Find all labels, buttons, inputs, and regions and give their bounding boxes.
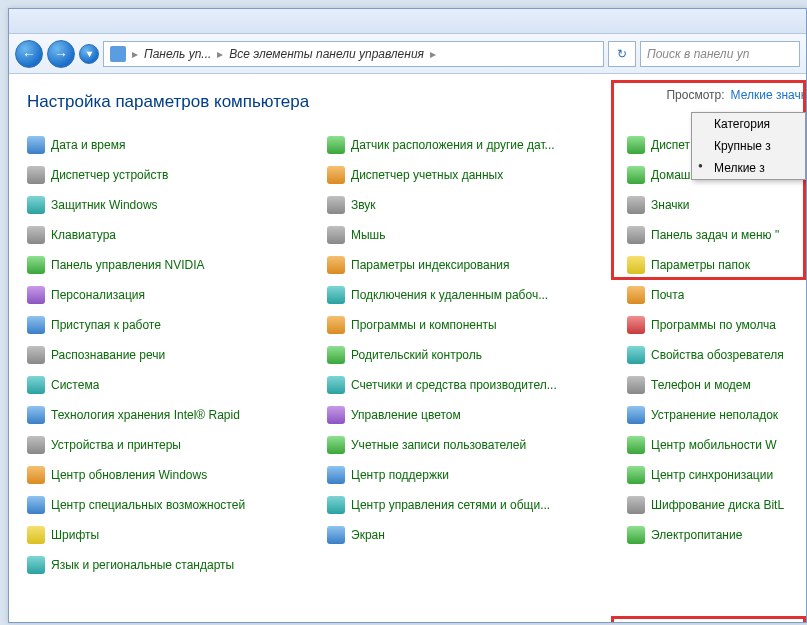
item-icon: [27, 166, 45, 184]
control-panel-item[interactable]: Центр обновления Windows: [27, 460, 327, 490]
item-label: Программы и компоненты: [351, 318, 497, 332]
item-icon: [627, 346, 645, 364]
control-panel-item[interactable]: Свойства обозревателя: [627, 340, 806, 370]
control-panel-item[interactable]: Центр поддержки: [327, 460, 627, 490]
view-switcher: Просмотр: Мелкие значк Категория Крупные…: [666, 84, 806, 102]
back-button[interactable]: ←: [15, 40, 43, 68]
control-panel-item[interactable]: Программы и компоненты: [327, 310, 627, 340]
item-icon: [327, 496, 345, 514]
control-panel-item[interactable]: Звук: [327, 190, 627, 220]
control-panel-item[interactable]: Датчик расположения и другие дат...: [327, 130, 627, 160]
item-icon: [627, 136, 645, 154]
control-panel-item[interactable]: Центр синхронизации: [627, 460, 806, 490]
item-icon: [327, 376, 345, 394]
control-panel-item[interactable]: Шифрование диска BitL: [627, 490, 806, 520]
item-label: Датчик расположения и другие дат...: [351, 138, 555, 152]
forward-button[interactable]: →: [47, 40, 75, 68]
item-label: Приступая к работе: [51, 318, 161, 332]
control-panel-item[interactable]: Учетные записи пользователей: [327, 430, 627, 460]
item-icon: [27, 346, 45, 364]
item-label: Диспетчер учетных данных: [351, 168, 503, 182]
item-label: Телефон и модем: [651, 378, 751, 392]
item-label: Центр мобильности W: [651, 438, 777, 452]
recent-dropdown-button[interactable]: ▾: [79, 44, 99, 64]
item-label: Шифрование диска BitL: [651, 498, 784, 512]
refresh-button[interactable]: ↻: [608, 41, 636, 67]
item-label: Дата и время: [51, 138, 125, 152]
control-panel-item[interactable]: Распознавание речи: [27, 340, 327, 370]
view-current-link[interactable]: Мелкие значк: [731, 84, 806, 102]
item-label: Управление цветом: [351, 408, 461, 422]
control-panel-item[interactable]: Устранение неполадок: [627, 400, 806, 430]
control-panel-item[interactable]: Параметры папок: [627, 250, 806, 280]
control-panel-item[interactable]: Центр специальных возможностей: [27, 490, 327, 520]
control-panel-item[interactable]: Система: [27, 370, 327, 400]
control-panel-item[interactable]: Значки: [627, 190, 806, 220]
view-option-large-icons[interactable]: Крупные з: [692, 135, 805, 157]
item-label: Устройства и принтеры: [51, 438, 181, 452]
item-label: Технология хранения Intel® Rapid: [51, 408, 240, 422]
item-label: Подключения к удаленным рабоч...: [351, 288, 548, 302]
control-panel-item[interactable]: Защитник Windows: [27, 190, 327, 220]
item-icon: [327, 406, 345, 424]
item-icon: [627, 256, 645, 274]
control-panel-item[interactable]: Телефон и модем: [627, 370, 806, 400]
control-panel-item[interactable]: Диспетчер учетных данных: [327, 160, 627, 190]
item-label: Панель управления NVIDIA: [51, 258, 205, 272]
item-icon: [627, 226, 645, 244]
control-panel-item[interactable]: Язык и региональные стандарты: [27, 550, 327, 580]
control-panel-item[interactable]: Приступая к работе: [27, 310, 327, 340]
control-panel-item[interactable]: Электропитание: [627, 520, 806, 550]
view-option-category[interactable]: Категория: [692, 113, 805, 135]
item-label: Электропитание: [651, 528, 742, 542]
control-panel-item[interactable]: Параметры индексирования: [327, 250, 627, 280]
control-panel-item[interactable]: Шрифты: [27, 520, 327, 550]
item-label: Программы по умолча: [651, 318, 776, 332]
control-panel-item[interactable]: Подключения к удаленным рабоч...: [327, 280, 627, 310]
control-panel-item[interactable]: Диспетчер устройств: [27, 160, 327, 190]
control-panel-item[interactable]: Родительский контроль: [327, 340, 627, 370]
control-panel-item[interactable]: Счетчики и средства производител...: [327, 370, 627, 400]
item-icon: [627, 466, 645, 484]
control-panel-item[interactable]: Технология хранения Intel® Rapid: [27, 400, 327, 430]
item-label: Диспетчер устройств: [51, 168, 168, 182]
item-label: Диспет: [651, 138, 690, 152]
view-option-small-icons[interactable]: Мелкие з: [692, 157, 805, 179]
breadcrumb-seg-2[interactable]: Все элементы панели управления: [229, 47, 424, 61]
item-icon: [27, 556, 45, 574]
control-panel-item[interactable]: Мышь: [327, 220, 627, 250]
item-icon: [327, 166, 345, 184]
control-panel-item[interactable]: Экран: [327, 520, 627, 550]
control-panel-item[interactable]: Панель задач и меню ": [627, 220, 806, 250]
item-label: Домаш: [651, 168, 691, 182]
control-panel-item[interactable]: Клавиатура: [27, 220, 327, 250]
address-bar[interactable]: ▸ Панель уп... ▸ Все элементы панели упр…: [103, 41, 604, 67]
item-icon: [327, 226, 345, 244]
item-label: Устранение неполадок: [651, 408, 778, 422]
item-label: Шрифты: [51, 528, 99, 542]
item-icon: [627, 196, 645, 214]
control-panel-item[interactable]: Персонализация: [27, 280, 327, 310]
control-panel-item[interactable]: Центр управления сетями и общи...: [327, 490, 627, 520]
control-panel-item[interactable]: Панель управления NVIDIA: [27, 250, 327, 280]
item-icon: [327, 256, 345, 274]
item-label: Параметры индексирования: [351, 258, 509, 272]
item-icon: [327, 466, 345, 484]
breadcrumb-sep: ▸: [132, 47, 138, 61]
item-icon: [27, 526, 45, 544]
item-label: Язык и региональные стандарты: [51, 558, 234, 572]
breadcrumb-seg-1[interactable]: Панель уп...: [144, 47, 211, 61]
control-panel-item[interactable]: Программы по умолча: [627, 310, 806, 340]
item-icon: [627, 526, 645, 544]
control-panel-item[interactable]: Устройства и принтеры: [27, 430, 327, 460]
control-panel-item[interactable]: Управление цветом: [327, 400, 627, 430]
control-panel-item[interactable]: Дата и время: [27, 130, 327, 160]
navigation-bar: ← → ▾ ▸ Панель уп... ▸ Все элементы пане…: [9, 34, 806, 74]
control-panel-item[interactable]: Центр мобильности W: [627, 430, 806, 460]
control-panel-item[interactable]: Почта: [627, 280, 806, 310]
item-icon: [627, 376, 645, 394]
search-input[interactable]: Поиск в панели уп: [640, 41, 800, 67]
item-label: Центр обновления Windows: [51, 468, 207, 482]
item-icon: [327, 196, 345, 214]
view-dropdown: Категория Крупные з Мелкие з: [691, 112, 806, 180]
